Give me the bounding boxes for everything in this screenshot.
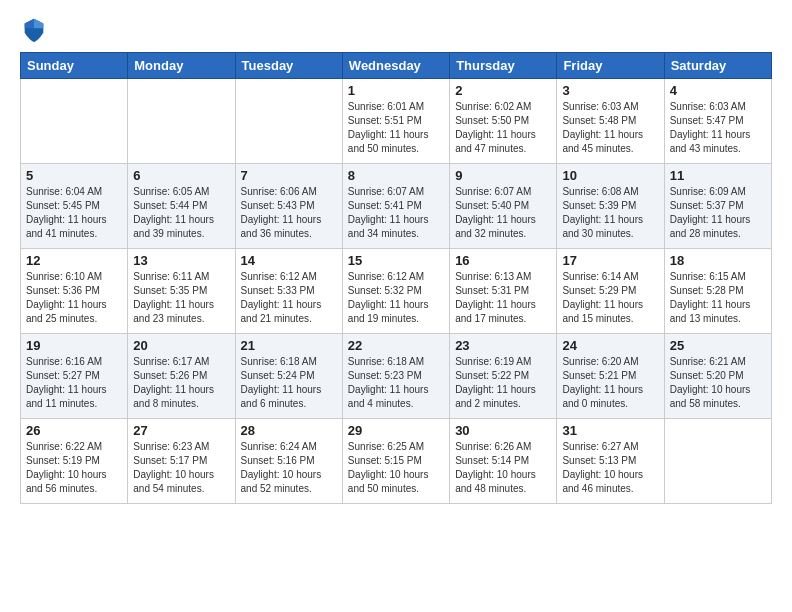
calendar-cell: 11Sunrise: 6:09 AM Sunset: 5:37 PM Dayli… — [664, 164, 771, 249]
calendar-cell: 30Sunrise: 6:26 AM Sunset: 5:14 PM Dayli… — [450, 419, 557, 504]
day-info: Sunrise: 6:16 AM Sunset: 5:27 PM Dayligh… — [26, 355, 122, 411]
calendar-cell: 6Sunrise: 6:05 AM Sunset: 5:44 PM Daylig… — [128, 164, 235, 249]
calendar-cell: 2Sunrise: 6:02 AM Sunset: 5:50 PM Daylig… — [450, 79, 557, 164]
day-info: Sunrise: 6:19 AM Sunset: 5:22 PM Dayligh… — [455, 355, 551, 411]
day-number: 2 — [455, 83, 551, 98]
calendar-cell: 29Sunrise: 6:25 AM Sunset: 5:15 PM Dayli… — [342, 419, 449, 504]
day-info: Sunrise: 6:03 AM Sunset: 5:48 PM Dayligh… — [562, 100, 658, 156]
weekday-header-tuesday: Tuesday — [235, 53, 342, 79]
calendar-cell: 15Sunrise: 6:12 AM Sunset: 5:32 PM Dayli… — [342, 249, 449, 334]
day-number: 12 — [26, 253, 122, 268]
day-info: Sunrise: 6:14 AM Sunset: 5:29 PM Dayligh… — [562, 270, 658, 326]
day-info: Sunrise: 6:12 AM Sunset: 5:33 PM Dayligh… — [241, 270, 337, 326]
day-info: Sunrise: 6:01 AM Sunset: 5:51 PM Dayligh… — [348, 100, 444, 156]
day-number: 27 — [133, 423, 229, 438]
day-info: Sunrise: 6:17 AM Sunset: 5:26 PM Dayligh… — [133, 355, 229, 411]
day-number: 4 — [670, 83, 766, 98]
calendar-cell: 3Sunrise: 6:03 AM Sunset: 5:48 PM Daylig… — [557, 79, 664, 164]
calendar-cell: 13Sunrise: 6:11 AM Sunset: 5:35 PM Dayli… — [128, 249, 235, 334]
calendar-cell: 23Sunrise: 6:19 AM Sunset: 5:22 PM Dayli… — [450, 334, 557, 419]
calendar-cell — [664, 419, 771, 504]
day-info: Sunrise: 6:04 AM Sunset: 5:45 PM Dayligh… — [26, 185, 122, 241]
day-info: Sunrise: 6:13 AM Sunset: 5:31 PM Dayligh… — [455, 270, 551, 326]
day-info: Sunrise: 6:07 AM Sunset: 5:40 PM Dayligh… — [455, 185, 551, 241]
day-info: Sunrise: 6:08 AM Sunset: 5:39 PM Dayligh… — [562, 185, 658, 241]
day-number: 19 — [26, 338, 122, 353]
page-header — [20, 16, 772, 44]
day-number: 31 — [562, 423, 658, 438]
calendar-cell: 4Sunrise: 6:03 AM Sunset: 5:47 PM Daylig… — [664, 79, 771, 164]
day-number: 21 — [241, 338, 337, 353]
calendar-cell: 17Sunrise: 6:14 AM Sunset: 5:29 PM Dayli… — [557, 249, 664, 334]
day-info: Sunrise: 6:15 AM Sunset: 5:28 PM Dayligh… — [670, 270, 766, 326]
day-info: Sunrise: 6:24 AM Sunset: 5:16 PM Dayligh… — [241, 440, 337, 496]
calendar-cell: 25Sunrise: 6:21 AM Sunset: 5:20 PM Dayli… — [664, 334, 771, 419]
day-info: Sunrise: 6:27 AM Sunset: 5:13 PM Dayligh… — [562, 440, 658, 496]
day-number: 22 — [348, 338, 444, 353]
day-number: 14 — [241, 253, 337, 268]
day-info: Sunrise: 6:05 AM Sunset: 5:44 PM Dayligh… — [133, 185, 229, 241]
day-info: Sunrise: 6:11 AM Sunset: 5:35 PM Dayligh… — [133, 270, 229, 326]
day-number: 8 — [348, 168, 444, 183]
day-info: Sunrise: 6:23 AM Sunset: 5:17 PM Dayligh… — [133, 440, 229, 496]
day-number: 17 — [562, 253, 658, 268]
day-info: Sunrise: 6:25 AM Sunset: 5:15 PM Dayligh… — [348, 440, 444, 496]
day-number: 1 — [348, 83, 444, 98]
calendar-cell: 16Sunrise: 6:13 AM Sunset: 5:31 PM Dayli… — [450, 249, 557, 334]
weekday-header-saturday: Saturday — [664, 53, 771, 79]
day-number: 15 — [348, 253, 444, 268]
calendar-cell — [235, 79, 342, 164]
day-number: 7 — [241, 168, 337, 183]
calendar-cell: 24Sunrise: 6:20 AM Sunset: 5:21 PM Dayli… — [557, 334, 664, 419]
day-number: 10 — [562, 168, 658, 183]
calendar-cell: 26Sunrise: 6:22 AM Sunset: 5:19 PM Dayli… — [21, 419, 128, 504]
day-info: Sunrise: 6:03 AM Sunset: 5:47 PM Dayligh… — [670, 100, 766, 156]
day-number: 5 — [26, 168, 122, 183]
day-info: Sunrise: 6:18 AM Sunset: 5:23 PM Dayligh… — [348, 355, 444, 411]
day-info: Sunrise: 6:07 AM Sunset: 5:41 PM Dayligh… — [348, 185, 444, 241]
day-number: 9 — [455, 168, 551, 183]
day-number: 23 — [455, 338, 551, 353]
day-number: 29 — [348, 423, 444, 438]
day-info: Sunrise: 6:09 AM Sunset: 5:37 PM Dayligh… — [670, 185, 766, 241]
day-number: 11 — [670, 168, 766, 183]
calendar-cell — [128, 79, 235, 164]
weekday-header-sunday: Sunday — [21, 53, 128, 79]
day-number: 16 — [455, 253, 551, 268]
calendar-cell: 9Sunrise: 6:07 AM Sunset: 5:40 PM Daylig… — [450, 164, 557, 249]
weekday-header-friday: Friday — [557, 53, 664, 79]
day-number: 6 — [133, 168, 229, 183]
day-info: Sunrise: 6:20 AM Sunset: 5:21 PM Dayligh… — [562, 355, 658, 411]
weekday-header-thursday: Thursday — [450, 53, 557, 79]
calendar-cell: 22Sunrise: 6:18 AM Sunset: 5:23 PM Dayli… — [342, 334, 449, 419]
calendar-cell: 19Sunrise: 6:16 AM Sunset: 5:27 PM Dayli… — [21, 334, 128, 419]
day-number: 20 — [133, 338, 229, 353]
calendar-cell: 1Sunrise: 6:01 AM Sunset: 5:51 PM Daylig… — [342, 79, 449, 164]
day-number: 26 — [26, 423, 122, 438]
calendar-cell: 8Sunrise: 6:07 AM Sunset: 5:41 PM Daylig… — [342, 164, 449, 249]
calendar-cell: 20Sunrise: 6:17 AM Sunset: 5:26 PM Dayli… — [128, 334, 235, 419]
weekday-header-monday: Monday — [128, 53, 235, 79]
logo — [20, 16, 52, 44]
calendar-cell — [21, 79, 128, 164]
day-info: Sunrise: 6:26 AM Sunset: 5:14 PM Dayligh… — [455, 440, 551, 496]
day-info: Sunrise: 6:12 AM Sunset: 5:32 PM Dayligh… — [348, 270, 444, 326]
calendar-cell: 21Sunrise: 6:18 AM Sunset: 5:24 PM Dayli… — [235, 334, 342, 419]
day-number: 24 — [562, 338, 658, 353]
calendar-cell: 12Sunrise: 6:10 AM Sunset: 5:36 PM Dayli… — [21, 249, 128, 334]
calendar-cell: 10Sunrise: 6:08 AM Sunset: 5:39 PM Dayli… — [557, 164, 664, 249]
day-number: 30 — [455, 423, 551, 438]
day-info: Sunrise: 6:02 AM Sunset: 5:50 PM Dayligh… — [455, 100, 551, 156]
calendar-cell: 18Sunrise: 6:15 AM Sunset: 5:28 PM Dayli… — [664, 249, 771, 334]
calendar-cell: 7Sunrise: 6:06 AM Sunset: 5:43 PM Daylig… — [235, 164, 342, 249]
day-number: 13 — [133, 253, 229, 268]
day-number: 3 — [562, 83, 658, 98]
day-info: Sunrise: 6:18 AM Sunset: 5:24 PM Dayligh… — [241, 355, 337, 411]
day-number: 18 — [670, 253, 766, 268]
calendar-cell: 5Sunrise: 6:04 AM Sunset: 5:45 PM Daylig… — [21, 164, 128, 249]
day-number: 25 — [670, 338, 766, 353]
calendar-cell: 27Sunrise: 6:23 AM Sunset: 5:17 PM Dayli… — [128, 419, 235, 504]
day-info: Sunrise: 6:10 AM Sunset: 5:36 PM Dayligh… — [26, 270, 122, 326]
calendar-cell: 28Sunrise: 6:24 AM Sunset: 5:16 PM Dayli… — [235, 419, 342, 504]
weekday-header-wednesday: Wednesday — [342, 53, 449, 79]
